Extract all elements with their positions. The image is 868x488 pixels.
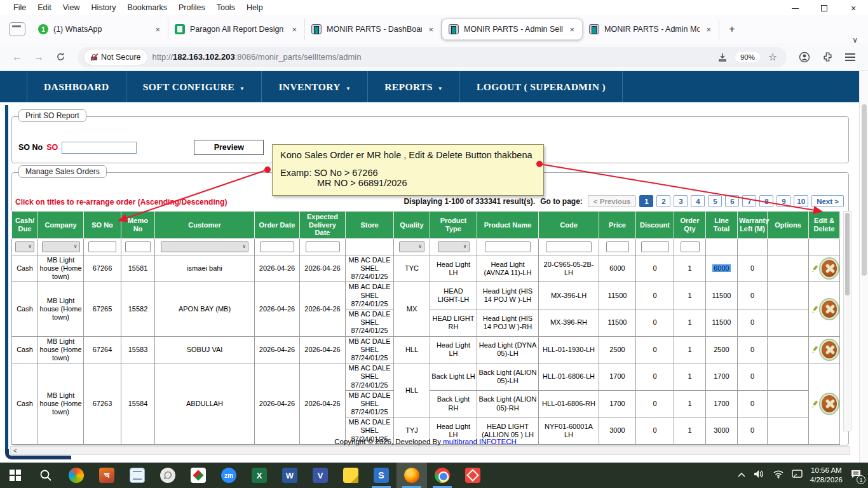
- tab-monir-moneyreceipt[interactable]: MONIR PARTS - Admin MoneyR ×: [583, 18, 719, 40]
- page-button-3[interactable]: 3: [674, 195, 688, 207]
- nav-reports[interactable]: REPORTS: [368, 71, 460, 102]
- nav-dashboard[interactable]: DASHBOARD: [27, 71, 126, 102]
- s-app-icon[interactable]: [366, 463, 397, 488]
- edit-icon[interactable]: [810, 400, 819, 409]
- download-icon[interactable]: [715, 50, 730, 65]
- maximize-button[interactable]: [810, 0, 839, 17]
- tab-whatsapp[interactable]: (1) WhatsApp ×: [32, 18, 168, 40]
- excel-icon[interactable]: [244, 463, 275, 488]
- avro-keyboard-icon[interactable]: [92, 463, 122, 488]
- filter-qty-input[interactable]: [681, 241, 700, 252]
- nav-inventory[interactable]: INVENTORY: [262, 71, 368, 102]
- filter-cashdue-select[interactable]: [15, 241, 34, 252]
- menu-file[interactable]: File: [8, 2, 32, 13]
- page-button-1[interactable]: 1: [639, 195, 653, 207]
- notification-icon[interactable]: 1: [850, 469, 862, 482]
- minimize-button[interactable]: [780, 0, 810, 17]
- column-header[interactable]: Order Qty: [674, 212, 706, 239]
- filter-producttype-select[interactable]: [438, 241, 470, 252]
- tray-expand-icon[interactable]: [737, 470, 746, 481]
- column-header[interactable]: Warranty Left (M): [738, 212, 768, 239]
- column-header[interactable]: Price: [599, 212, 636, 239]
- column-header-edit-delete[interactable]: Edit & Delete: [809, 212, 840, 239]
- forward-icon[interactable]: →: [29, 48, 48, 67]
- account-icon[interactable]: [795, 48, 814, 67]
- page-button-2[interactable]: 2: [656, 195, 670, 207]
- filter-memo-input[interactable]: [125, 241, 151, 252]
- footer-brand-link[interactable]: multibrand INFOTECH: [443, 438, 517, 445]
- menu-edit[interactable]: Edit: [32, 2, 57, 13]
- edit-icon[interactable]: [810, 305, 819, 314]
- chrome-icon[interactable]: [427, 463, 458, 488]
- menu-profiles[interactable]: Profiles: [173, 2, 211, 13]
- reload-icon[interactable]: [51, 48, 70, 67]
- tab-close-icon[interactable]: ×: [154, 25, 161, 34]
- nav-logout[interactable]: LOGOUT ( SUPERADMIN ): [460, 71, 623, 102]
- filter-sono-input[interactable]: [88, 241, 116, 252]
- app-menu-icon[interactable]: [841, 48, 860, 67]
- filter-company-select[interactable]: [42, 241, 80, 252]
- page-button-9[interactable]: 9: [776, 195, 790, 207]
- column-header[interactable]: Cash/ Due: [12, 212, 38, 239]
- column-header[interactable]: Product Name: [477, 212, 539, 239]
- column-header[interactable]: Code: [539, 212, 599, 239]
- tab-close-icon[interactable]: ×: [290, 25, 298, 34]
- filter-quality-select[interactable]: [399, 241, 424, 252]
- delete-button[interactable]: [820, 259, 838, 278]
- column-header[interactable]: SO No: [84, 212, 121, 239]
- previous-page-button[interactable]: < Previous: [588, 195, 637, 207]
- column-header[interactable]: Expected Delivery Date: [300, 212, 346, 239]
- page-button-4[interactable]: 4: [691, 195, 705, 207]
- menu-bookmarks[interactable]: Bookmarks: [121, 2, 173, 13]
- column-header[interactable]: Company: [38, 212, 84, 239]
- volume-icon[interactable]: [754, 470, 765, 481]
- nav-soft-configure[interactable]: SOFT CONFIGURE: [126, 71, 262, 102]
- horizontal-scrollbar[interactable]: [10, 446, 850, 455]
- column-header[interactable]: Quality: [394, 212, 430, 239]
- delete-button[interactable]: [820, 340, 838, 360]
- so-no-input[interactable]: [62, 142, 137, 154]
- delete-button[interactable]: [820, 299, 838, 319]
- back-icon[interactable]: ←: [8, 48, 27, 67]
- menu-tools[interactable]: Tools: [211, 2, 241, 13]
- preview-button[interactable]: Preview: [194, 140, 264, 155]
- filter-expected-input[interactable]: [306, 241, 340, 252]
- address-bar[interactable]: Not Secure http://182.163.102.203:8086/m…: [78, 47, 787, 67]
- anydesk-icon[interactable]: [458, 463, 488, 488]
- whatsapp-icon[interactable]: [153, 463, 183, 488]
- column-header[interactable]: Customer: [155, 212, 255, 239]
- filter-customer-select[interactable]: [161, 241, 248, 252]
- browser-scrollbar[interactable]: [859, 71, 868, 463]
- column-header[interactable]: Memo No: [121, 212, 155, 239]
- page-button-7[interactable]: 7: [742, 195, 756, 207]
- tab-monir-sellitems-active[interactable]: MONIR PARTS - Admin SellItem ×: [442, 18, 583, 40]
- cast-icon[interactable]: [792, 470, 803, 481]
- column-header[interactable]: Order Date: [255, 212, 300, 239]
- page-button-6[interactable]: 6: [725, 195, 739, 207]
- bookmark-star-icon[interactable]: ☆: [765, 50, 780, 65]
- tab-close-icon[interactable]: ×: [427, 25, 435, 34]
- column-header[interactable]: Line Total: [706, 212, 738, 239]
- close-button[interactable]: ×: [839, 0, 868, 17]
- zoom-level-badge[interactable]: 90%: [735, 52, 760, 62]
- delete-button[interactable]: [820, 394, 838, 414]
- tab-close-icon[interactable]: ×: [568, 25, 576, 34]
- column-header[interactable]: Product Type: [430, 212, 477, 239]
- notepad-icon[interactable]: [122, 463, 153, 488]
- table-scrollbar[interactable]: [843, 211, 851, 431]
- start-button[interactable]: [0, 463, 31, 488]
- edit-icon[interactable]: [810, 345, 819, 354]
- extensions-icon[interactable]: [818, 48, 837, 67]
- zoom-icon[interactable]: [214, 463, 244, 488]
- tab-paragon-report[interactable]: Paragon All Report Design - Go ×: [168, 18, 305, 40]
- column-header[interactable]: Store: [346, 212, 394, 239]
- filter-code-input[interactable]: [546, 241, 592, 252]
- menu-help[interactable]: Help: [241, 2, 269, 13]
- menu-history[interactable]: History: [86, 2, 122, 13]
- filter-price-input[interactable]: [606, 241, 629, 252]
- media-player-icon[interactable]: [183, 463, 214, 488]
- not-secure-chip[interactable]: Not Secure: [84, 50, 147, 65]
- filter-discount-input[interactable]: [641, 241, 669, 252]
- page-button-8[interactable]: 8: [759, 195, 773, 207]
- edit-icon[interactable]: [810, 264, 819, 273]
